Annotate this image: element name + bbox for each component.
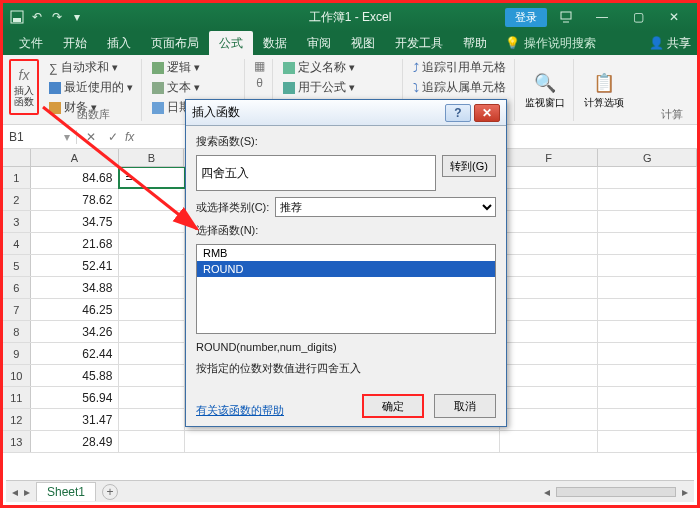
- dialog-close-button[interactable]: ✕: [474, 104, 500, 122]
- tab-insert[interactable]: 插入: [97, 31, 141, 56]
- lookup-icon[interactable]: ▦: [254, 59, 265, 73]
- cell-a8[interactable]: 34.26: [31, 321, 120, 342]
- save-icon[interactable]: [9, 9, 25, 25]
- function-rmb[interactable]: RMB: [197, 245, 495, 261]
- select-func-label: 选择函数(N):: [196, 223, 496, 238]
- hscroll[interactable]: [556, 487, 676, 497]
- accept-icon[interactable]: ✓: [103, 130, 123, 144]
- sheet-prev-icon[interactable]: ◂: [12, 485, 18, 499]
- undo-icon[interactable]: ↶: [29, 9, 45, 25]
- tab-home[interactable]: 开始: [53, 31, 97, 56]
- sheet-tab[interactable]: Sheet1: [36, 482, 96, 501]
- scroll-right-icon[interactable]: ▸: [682, 485, 688, 499]
- name-box[interactable]: B1▾: [3, 130, 77, 144]
- watch-icon: 🔍: [534, 72, 556, 94]
- group-label-calc: 计算: [661, 107, 683, 122]
- tab-dev[interactable]: 开发工具: [385, 31, 453, 56]
- trace-prec-button[interactable]: ⤴追踪引用单元格: [413, 59, 506, 76]
- function-help-link[interactable]: 有关该函数的帮助: [196, 403, 284, 418]
- dialog-title: 插入函数: [192, 104, 240, 121]
- redo-icon[interactable]: ↷: [49, 9, 65, 25]
- define-name-button[interactable]: 定义名称 ▾: [283, 59, 394, 76]
- ribbon-options-icon[interactable]: [549, 6, 583, 28]
- watch-label[interactable]: 监视窗口: [525, 97, 565, 108]
- tab-data[interactable]: 数据: [253, 31, 297, 56]
- cell-a5[interactable]: 52.41: [31, 255, 120, 276]
- recent-button[interactable]: 最近使用的 ▾: [49, 79, 133, 96]
- search-label: 搜索函数(S):: [196, 134, 496, 149]
- ribbon-group-watch: 🔍 监视窗口: [525, 59, 574, 121]
- dialog-help-button[interactable]: ?: [445, 104, 471, 122]
- function-description: 按指定的位数对数值进行四舍五入: [196, 361, 496, 376]
- math-icon[interactable]: θ: [256, 76, 263, 90]
- col-a[interactable]: A: [31, 149, 120, 166]
- trace-dep-button[interactable]: ⤵追踪从属单元格: [413, 79, 506, 96]
- tab-layout[interactable]: 页面布局: [141, 31, 209, 56]
- category-label: 或选择类别(C):: [196, 200, 269, 215]
- minimize-button[interactable]: —: [585, 6, 619, 28]
- cell-a2[interactable]: 78.62: [31, 189, 120, 210]
- tab-file[interactable]: 文件: [9, 31, 53, 56]
- cancel-button[interactable]: 取消: [434, 394, 496, 418]
- cell-a4[interactable]: 21.68: [31, 233, 120, 254]
- col-f[interactable]: F: [500, 149, 599, 166]
- cell-a9[interactable]: 62.44: [31, 343, 120, 364]
- ribbon-group-calc: 📋 计算选项 计算: [584, 59, 632, 121]
- sheet-bar: ◂ ▸ Sheet1 + ◂ ▸: [6, 480, 694, 502]
- svg-rect-1: [13, 18, 21, 22]
- share-button[interactable]: 👤 共享: [649, 35, 691, 52]
- calc-icon: 📋: [593, 72, 615, 94]
- calc-options-button[interactable]: 计算选项: [584, 97, 624, 108]
- window-title: 工作簿1 - Excel: [309, 9, 392, 26]
- titlebar: ↶ ↷ ▾ 工作簿1 - Excel 登录 — ▢ ✕: [3, 3, 697, 31]
- cell-a11[interactable]: 56.94: [31, 387, 120, 408]
- bulb-icon: 💡: [505, 36, 520, 50]
- insert-function-dialog: 插入函数 ? ✕ 搜索函数(S): 转到(G) 或选择类别(C): 推荐 选择函…: [185, 99, 507, 427]
- cell-a6[interactable]: 34.88: [31, 277, 120, 298]
- qat-dropdown-icon[interactable]: ▾: [69, 9, 85, 25]
- cell-a7[interactable]: 46.25: [31, 299, 120, 320]
- svg-rect-2: [561, 12, 571, 19]
- sheet-next-icon[interactable]: ▸: [24, 485, 30, 499]
- insert-function-button[interactable]: fx 插入函数: [9, 59, 39, 115]
- col-b[interactable]: B: [119, 149, 184, 166]
- login-button[interactable]: 登录: [505, 8, 547, 27]
- maximize-button[interactable]: ▢: [621, 6, 655, 28]
- tab-help[interactable]: 帮助: [453, 31, 497, 56]
- tab-formulas[interactable]: 公式: [209, 31, 253, 56]
- search-input[interactable]: [196, 155, 436, 191]
- text-button[interactable]: 文本 ▾: [152, 79, 236, 96]
- cell-a10[interactable]: 45.88: [31, 365, 120, 386]
- quick-access-toolbar: ↶ ↷ ▾: [9, 9, 85, 25]
- close-button[interactable]: ✕: [657, 6, 691, 28]
- ribbon-group-autosum: ∑自动求和 ▾ 最近使用的 ▾ 财务 ▾ 函数库: [49, 59, 142, 121]
- tell-me[interactable]: 💡操作说明搜索: [505, 35, 596, 52]
- function-round[interactable]: ROUND: [197, 261, 495, 277]
- ribbon-tabs: 文件 开始 插入 页面布局 公式 数据 审阅 视图 开发工具 帮助 💡操作说明搜…: [3, 31, 697, 55]
- cell-a3[interactable]: 34.75: [31, 211, 120, 232]
- col-g[interactable]: G: [598, 149, 697, 166]
- tab-view[interactable]: 视图: [341, 31, 385, 56]
- cell-a12[interactable]: 31.47: [31, 409, 120, 430]
- function-list[interactable]: RMB ROUND: [196, 244, 496, 334]
- scroll-left-icon[interactable]: ◂: [544, 485, 550, 499]
- cell-a13[interactable]: 28.49: [31, 431, 120, 452]
- dialog-titlebar[interactable]: 插入函数 ? ✕: [186, 100, 506, 126]
- logical-button[interactable]: 逻辑 ▾: [152, 59, 236, 76]
- add-sheet-button[interactable]: +: [102, 484, 118, 500]
- tab-review[interactable]: 审阅: [297, 31, 341, 56]
- cancel-icon[interactable]: ✕: [81, 130, 101, 144]
- function-signature: ROUND(number,num_digits): [196, 340, 496, 355]
- group-label-lib: 函数库: [77, 107, 110, 122]
- fx-bar-icon[interactable]: fx: [125, 130, 134, 144]
- category-select[interactable]: 推荐: [275, 197, 496, 217]
- go-button[interactable]: 转到(G): [442, 155, 496, 177]
- use-formula-button[interactable]: 用于公式 ▾: [283, 79, 394, 96]
- cell-b1[interactable]: =: [119, 167, 184, 188]
- autosum-button[interactable]: ∑自动求和 ▾: [49, 59, 133, 76]
- cell-a1[interactable]: 84.68: [31, 167, 120, 188]
- ok-button[interactable]: 确定: [362, 394, 424, 418]
- select-all[interactable]: [3, 149, 31, 166]
- fx-icon: fx: [19, 67, 30, 83]
